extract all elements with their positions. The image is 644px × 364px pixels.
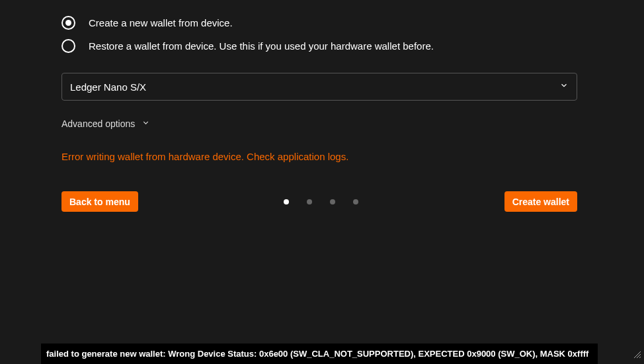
pagination-dot-2[interactable] [307,199,312,205]
radio-icon [61,39,75,53]
radio-create-new-wallet[interactable]: Create a new wallet from device. [61,16,577,30]
create-wallet-button[interactable]: Create wallet [504,191,577,212]
resize-corner-icon[interactable] [632,349,641,361]
back-to-menu-button[interactable]: Back to menu [61,191,138,212]
status-text: failed to generate new wallet: Wrong Dev… [46,349,588,359]
device-select-value: Ledger Nano S/X [70,81,146,93]
error-message: Error writing wallet from hardware devic… [61,151,577,162]
pagination-dot-4[interactable] [353,199,358,205]
radio-icon [61,16,75,30]
pagination-dot-3[interactable] [330,199,335,205]
advanced-options-label: Advanced options [61,118,135,129]
radio-restore-label: Restore a wallet from device. Use this i… [89,40,434,52]
advanced-options-toggle[interactable]: Advanced options [61,118,577,130]
svg-line-2 [639,357,641,358]
device-select[interactable]: Ledger Nano S/X [61,73,577,101]
radio-create-label: Create a new wallet from device. [89,17,233,28]
chevron-down-icon [559,81,569,93]
status-bar: failed to generate new wallet: Wrong Dev… [41,343,598,364]
radio-restore-wallet[interactable]: Restore a wallet from device. Use this i… [61,39,577,53]
pagination-dot-1[interactable] [284,199,289,205]
chevron-down-icon [141,118,150,130]
pagination-dots [284,199,358,205]
